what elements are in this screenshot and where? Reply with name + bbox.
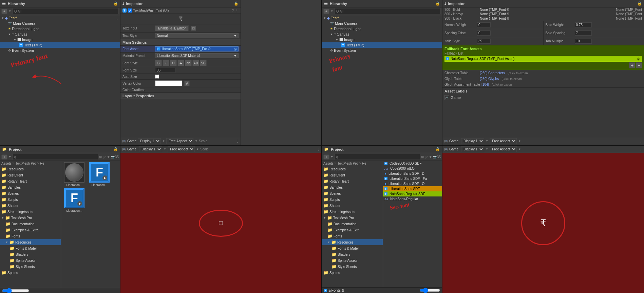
tree-item-canvas-right[interactable]: ▼ □ Canvas <box>322 32 442 37</box>
folder-textmesh-left[interactable]: ▼📁TextMesh Pro <box>0 215 61 221</box>
display-select-left[interactable]: Display 1 <box>138 138 161 144</box>
aspect-select-right[interactable]: Free Aspect <box>490 138 517 144</box>
strike-btn[interactable]: S <box>177 60 184 66</box>
folder-docs-right[interactable]: 📁Documentation <box>322 221 383 227</box>
folder-samples-left[interactable]: 📁Samples <box>0 184 61 190</box>
material-preset-dropdown[interactable]: LiberationSans SDF Material ▼ <box>155 53 239 58</box>
folder-shaders-right[interactable]: 📁Shaders <box>322 251 383 257</box>
underline-btn[interactable]: U <box>170 60 177 66</box>
tree-item-light-right[interactable]: ☀ Directional Light <box>322 26 442 32</box>
asset-sphere[interactable]: Liberation... <box>62 162 86 187</box>
asset-code2000-sdf[interactable]: F Code2000-rdLO SDF <box>383 161 442 166</box>
folder-streaming-left[interactable]: 📁StreamingAssets <box>0 209 61 215</box>
project-search-left[interactable] <box>13 154 98 160</box>
fallback-item[interactable]: F NotoSans-Regular SDF (TMP_Font Asset) … <box>444 56 642 62</box>
font-asset-value[interactable]: F LiberationSans SDF (TMP_For © ◎ <box>155 46 239 51</box>
zoom-slider-left[interactable] <box>2 289 29 292</box>
aspect-select-bottom-right[interactable]: Free Aspect <box>490 146 517 152</box>
asset-liberation-fa[interactable]: F LiberationSans SDF - Fa <box>383 176 442 181</box>
tree-item-camera-right[interactable]: 📷 Main Camera <box>322 21 442 26</box>
asset-f2[interactable]: F ▶ Liberation... <box>62 188 86 212</box>
folder-streaming-right[interactable]: 📁StreamingAssets <box>322 209 383 215</box>
asset-liberation-o[interactable]: ● LiberationSans SDF - O <box>383 181 442 186</box>
spacing-input[interactable] <box>477 30 491 36</box>
tree-item-test[interactable]: ▼ ◆ Test* ⋮ <box>0 15 120 21</box>
auto-size-checkbox[interactable] <box>155 75 159 79</box>
normal-weight-input[interactable] <box>477 22 491 27</box>
folder-resources2-left[interactable]: ▼📁Resources <box>0 239 61 245</box>
display-select-bottom-right[interactable]: Display 1 <box>461 146 484 152</box>
folder-rotaryheart-left[interactable]: 📁Rotary Heart <box>0 178 61 184</box>
tree-item-text-right[interactable]: T Text (TMP) <box>322 42 442 48</box>
upper-btn[interactable]: AB <box>192 60 199 66</box>
asset-code2000-aa[interactable]: Aa Code2000-rdLO <box>383 166 442 171</box>
tree-item-image[interactable]: ▼ ⬜ Image <box>0 37 120 42</box>
sc-btn[interactable]: SC <box>200 60 207 66</box>
bold-btn[interactable]: B <box>155 60 162 66</box>
tree-item-image-right[interactable]: ▼ ⬜ Image <box>322 37 442 42</box>
italic-btn[interactable]: I <box>163 60 169 66</box>
rtl-toggle[interactable]: □ <box>191 26 196 31</box>
folder-sprites-right[interactable]: 📁Sprites <box>322 270 383 276</box>
folder-fontsmater-right[interactable]: 📁Fonts & Mater <box>322 245 383 251</box>
lower-btn[interactable]: ab <box>185 60 192 66</box>
tree-item-eventsystem[interactable]: ⚙ EventSystem <box>0 48 120 53</box>
font-size-input[interactable] <box>155 68 175 73</box>
folder-shader-right[interactable]: 📁Shader <box>322 203 383 209</box>
hierarchy-search-right[interactable] <box>335 8 441 14</box>
fallback-add-btn[interactable]: + <box>629 62 635 68</box>
folder-examples-right[interactable]: 📁Examples & Extr <box>322 227 383 233</box>
folder-textmesh-right[interactable]: ▼📁TextMesh Pro <box>322 215 383 221</box>
color-picker-btn[interactable]: 🖊 <box>184 81 190 86</box>
bold-weight-input[interactable] <box>575 22 592 27</box>
asset-liberation-sdf[interactable]: F LiberationSans SDF <box>383 186 442 191</box>
glyph-table-row[interactable]: Glyph Table [250] Glyphs (Click to expan <box>442 76 644 82</box>
display-select-bottom[interactable]: Display 1 <box>139 146 162 152</box>
folder-scenes-right[interactable]: 📁Scenes <box>322 190 383 196</box>
italic-style-input[interactable] <box>477 39 491 44</box>
folder-resources-right[interactable]: 📁Resources <box>322 166 383 172</box>
tree-item-text[interactable]: T Text (TMP) <box>0 42 120 48</box>
folder-docs-left[interactable]: 📁Documentation <box>0 221 61 227</box>
asset-liberation-d[interactable]: ● LiberationSans SDF - D <box>383 171 442 176</box>
enable-rtl-btn[interactable]: Enable RTL Editor <box>155 25 189 31</box>
tree-item-test-right[interactable]: ▼ ◆ Test* ⋮ <box>322 15 442 21</box>
tree-item-camera[interactable]: 📷 Main Camera <box>0 21 120 26</box>
tree-item-canvas[interactable]: ▼ □ Canvas <box>0 32 120 37</box>
display-select-right[interactable]: Display 1 <box>461 138 484 144</box>
tree-item-eventsystem-right[interactable]: ⚙ EventSystem <box>322 48 442 53</box>
bold-spacing-input[interactable] <box>575 30 592 36</box>
folder-scripts-left[interactable]: 📁Scripts <box>0 196 61 203</box>
folder-sprite-right[interactable]: 📁Sprite Assets <box>322 257 383 264</box>
folder-fonts-right[interactable]: 📁Fonts <box>322 233 383 239</box>
folder-scenes-left[interactable]: 📁Scenes <box>0 190 61 196</box>
folder-stylesheets-right[interactable]: 📁Style Sheets <box>322 264 383 270</box>
text-style-dropdown[interactable]: Normal ▼ <box>155 33 239 38</box>
folder-rotaryheart-right[interactable]: 📁Rotary Heart <box>322 178 383 184</box>
folder-restclient-left[interactable]: 📁RestClient <box>0 172 61 178</box>
folder-examples-left[interactable]: 📁Examples & Extra <box>0 227 61 233</box>
folder-resources-left[interactable]: 📁Resources <box>0 166 61 172</box>
folder-sprites-left[interactable]: 📁Sprites <box>0 270 61 276</box>
zoom-slider-right[interactable] <box>420 289 440 292</box>
project-add-btn-right[interactable]: + <box>323 154 329 160</box>
folder-shaders-left[interactable]: 📁Shaders <box>0 251 61 257</box>
folder-samples-right[interactable]: 📁Samples <box>322 184 383 190</box>
fallback-remove-btn[interactable]: − <box>636 62 642 68</box>
folder-fonts-left[interactable]: 📁Fonts <box>0 233 61 239</box>
glyph-adj-row[interactable]: Glyph Adjustment Table [104] (Click to e… <box>442 82 644 87</box>
folder-restclient-right[interactable]: 📁RestClient <box>322 172 383 178</box>
asset-noto-sdf[interactable]: F NotoSans-Regular SDF <box>383 191 442 196</box>
folder-sprite-left[interactable]: 📁Sprite Assets <box>0 257 61 264</box>
folder-stylesheets-left[interactable]: 📁Style Sheets <box>0 264 61 270</box>
asset-noto-aa[interactable]: Aa NotoSans-Regular <box>383 196 442 202</box>
component-enabled[interactable] <box>128 8 132 13</box>
hierarchy-add-btn[interactable]: + <box>1 9 7 14</box>
project-add-btn-left[interactable]: + <box>1 154 7 160</box>
aspect-select-bottom[interactable]: Free Aspect <box>168 146 195 152</box>
tab-multiple-input[interactable] <box>575 39 592 44</box>
folder-shader-left[interactable]: 📁Shader <box>0 203 61 209</box>
aspect-select-left[interactable]: Free Aspect <box>166 138 193 144</box>
tree-item-light[interactable]: ☀ Directional Light <box>0 26 120 32</box>
folder-fontsmater-left[interactable]: 📁Fonts & Mater <box>0 245 61 251</box>
